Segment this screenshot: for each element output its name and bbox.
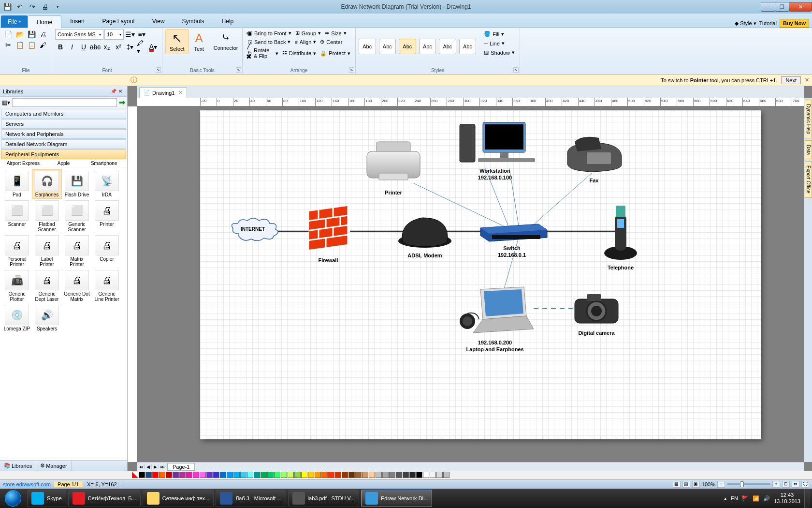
lib-category-1[interactable]: Servers bbox=[1, 119, 126, 129]
color-swatch-7[interactable] bbox=[186, 472, 192, 478]
node-telephone[interactable]: Telephone bbox=[601, 200, 640, 270]
lib-item-matrix-printer[interactable]: 🖨Matrix Printer bbox=[62, 234, 92, 269]
select-tool[interactable]: ↖Select bbox=[165, 29, 189, 54]
color-swatch-6[interactable] bbox=[179, 472, 186, 478]
align-btn[interactable]: ≡ Align ▾ bbox=[292, 38, 318, 46]
center-btn[interactable]: ⊕ Center bbox=[318, 38, 344, 46]
open-icon[interactable]: 📂 bbox=[14, 29, 25, 40]
color-swatch-4[interactable] bbox=[166, 472, 172, 478]
font-size-combo[interactable]: 10▾ bbox=[104, 29, 124, 40]
color-swatch-41[interactable] bbox=[416, 472, 422, 478]
color-swatch-31[interactable] bbox=[348, 472, 355, 478]
color-swatch-13[interactable] bbox=[227, 472, 233, 478]
node-laptop[interactable]: 192.168.0.200 Laptop and Earphones bbox=[454, 284, 536, 352]
style-preset-1[interactable]: Abc bbox=[359, 39, 376, 54]
color-swatch-29[interactable] bbox=[335, 472, 341, 478]
lib-item-printer[interactable]: 🖨Printer bbox=[92, 199, 122, 234]
node-printer[interactable]: Printer bbox=[360, 134, 427, 195]
page-tab-1[interactable]: Page-1 bbox=[167, 463, 195, 471]
tutorial-link[interactable]: Tutorial bbox=[759, 20, 777, 26]
color-swatch-0[interactable] bbox=[139, 472, 145, 478]
gray-swatch-2[interactable] bbox=[436, 472, 443, 478]
show-desktop-button[interactable] bbox=[804, 489, 810, 508]
protect-btn[interactable]: 🔒 Protect ▾ bbox=[318, 46, 352, 60]
color-swatch-16[interactable] bbox=[247, 472, 253, 478]
color-swatch-20[interactable] bbox=[274, 472, 280, 478]
paste-icon[interactable]: 📋 bbox=[26, 40, 37, 50]
file-tab[interactable]: File ▾ bbox=[1, 15, 28, 28]
lib-item-irda[interactable]: 📡IrDA bbox=[92, 169, 122, 199]
save-icon[interactable]: 💾 bbox=[26, 29, 37, 40]
panel-close-icon[interactable]: ✕ bbox=[118, 89, 122, 94]
color-swatch-5[interactable] bbox=[173, 472, 179, 478]
new-icon[interactable]: 📄 bbox=[3, 29, 14, 40]
highlight-icon[interactable]: 🖍▾ bbox=[136, 42, 147, 52]
color-swatch-3[interactable] bbox=[159, 472, 165, 478]
tools-dialog-launcher[interactable]: ⬊ bbox=[236, 67, 241, 73]
side-tab-export[interactable]: Export Office bbox=[805, 161, 812, 198]
color-swatch-12[interactable] bbox=[220, 472, 226, 478]
side-tab-dynamic-help[interactable]: Dynamic Help bbox=[805, 100, 812, 138]
lib-top-2[interactable]: Smartphone bbox=[84, 161, 124, 166]
page-first-icon[interactable]: ⏮ bbox=[137, 464, 145, 469]
tray-volume-icon[interactable]: 🔊 bbox=[763, 495, 770, 502]
lib-category-4[interactable]: Peripheral Equipments bbox=[1, 149, 126, 159]
tray-lang[interactable]: EN bbox=[731, 495, 738, 501]
lib-item-generic-line-printer[interactable]: 🖨Generic Line Printer bbox=[92, 269, 122, 303]
bullets-icon[interactable]: ☰▾ bbox=[125, 29, 135, 40]
font-color-icon[interactable]: A▾ bbox=[148, 42, 159, 52]
rotate-flip[interactable]: ↻ Rotate & Flip ▾ bbox=[246, 46, 280, 60]
tab-insert[interactable]: Insert bbox=[61, 15, 93, 28]
style-preset-5[interactable]: Abc bbox=[439, 39, 456, 54]
start-button[interactable] bbox=[0, 489, 26, 508]
style-preset-3[interactable]: Abc bbox=[399, 39, 416, 54]
lib-category-0[interactable]: Computers and Monitors bbox=[1, 109, 126, 119]
tray-flag-icon[interactable]: 🚩 bbox=[742, 495, 749, 502]
pin-icon[interactable]: 📌 bbox=[111, 89, 116, 94]
lib-item-label-printer[interactable]: 🖨Label Printer bbox=[32, 234, 62, 269]
tray-show-hidden-icon[interactable]: ▴ bbox=[724, 495, 727, 502]
buy-now-button[interactable]: Buy Now bbox=[780, 19, 809, 28]
style-preset-6[interactable]: Abc bbox=[459, 39, 477, 54]
lib-item-generic-dot-matrix[interactable]: 🖨Generic Dot Matrix bbox=[62, 269, 92, 303]
color-swatch-18[interactable] bbox=[261, 472, 267, 478]
color-swatch-32[interactable] bbox=[355, 472, 362, 478]
cut-icon[interactable]: ✂ bbox=[3, 40, 14, 50]
format-painter-icon[interactable]: 🖌 bbox=[38, 40, 48, 50]
color-swatch-26[interactable] bbox=[315, 472, 321, 478]
lib-add-icon[interactable]: ▦▾ bbox=[2, 99, 10, 106]
taskbar-item-1[interactable]: СетИнфТехнол_Б... bbox=[68, 490, 141, 507]
view-mode-3-icon[interactable]: ▣ bbox=[692, 481, 700, 488]
gray-swatch-0[interactable] bbox=[423, 472, 429, 478]
qat-print-icon[interactable]: 🖨 bbox=[40, 1, 50, 12]
color-swatch-27[interactable] bbox=[321, 472, 328, 478]
zoom-slider[interactable] bbox=[727, 483, 770, 485]
color-swatch-21[interactable] bbox=[281, 472, 287, 478]
lib-item-pad[interactable]: 📱Pad bbox=[2, 169, 32, 199]
size-btn[interactable]: ⬌ Size ▾ bbox=[323, 29, 348, 37]
tab-page-layout[interactable]: Page Layout bbox=[93, 15, 143, 28]
full-screen-icon[interactable]: ⛶ bbox=[801, 481, 809, 488]
lib-item-generic-dept-laser[interactable]: 🖨Generic Dept Laser bbox=[32, 269, 62, 303]
font-name-combo[interactable]: Comic Sans MS▾ bbox=[55, 29, 103, 40]
text-tool[interactable]: AText bbox=[190, 29, 208, 54]
close-button[interactable]: ✕ bbox=[789, 2, 812, 12]
node-switch[interactable]: Switch 192.168.0.1 bbox=[476, 219, 548, 258]
tab-view[interactable]: View bbox=[144, 15, 174, 28]
color-swatch-35[interactable] bbox=[376, 472, 382, 478]
color-swatch-37[interactable] bbox=[389, 472, 395, 478]
color-swatch-40[interactable] bbox=[409, 472, 416, 478]
distribute-btn[interactable]: ☷ Distribute ▾ bbox=[280, 46, 318, 60]
tab-home[interactable]: Home bbox=[28, 15, 61, 28]
copy-icon[interactable]: 📋 bbox=[14, 40, 25, 50]
color-swatch-28[interactable] bbox=[328, 472, 334, 478]
taskbar-item-3[interactable]: Лаб 3 - Microsoft ... bbox=[216, 490, 286, 507]
page-prev-icon[interactable]: ◀ bbox=[145, 464, 152, 469]
color-swatch-23[interactable] bbox=[294, 472, 301, 478]
view-mode-2-icon[interactable]: ▤ bbox=[682, 481, 690, 488]
gray-swatch-3[interactable] bbox=[443, 472, 450, 478]
bold-icon[interactable]: B bbox=[55, 42, 66, 52]
line-btn[interactable]: ─ Line ▾ bbox=[482, 39, 517, 47]
tab-help[interactable]: Help bbox=[213, 15, 243, 28]
fit-width-icon[interactable]: ⬌ bbox=[792, 481, 799, 488]
